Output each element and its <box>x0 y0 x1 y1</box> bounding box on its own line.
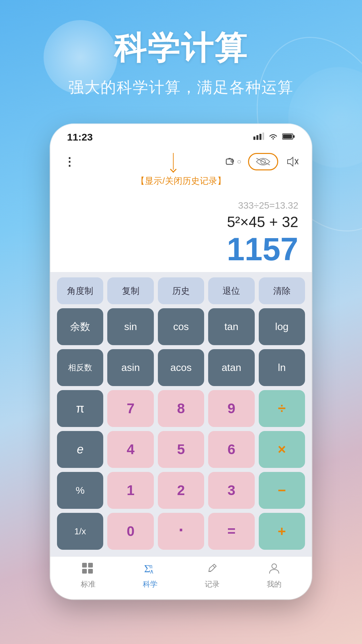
3-button[interactable]: 3 <box>208 472 254 509</box>
6-button[interactable]: 6 <box>208 431 254 468</box>
pi-button[interactable]: π <box>57 390 103 427</box>
svg-rect-14 <box>82 563 87 568</box>
battery-icon <box>282 133 295 142</box>
nav-science-label: 科学 <box>143 579 158 589</box>
log-button[interactable]: log <box>259 308 305 345</box>
svg-rect-15 <box>88 563 93 568</box>
acos-button[interactable]: acos <box>158 349 204 386</box>
8-button[interactable]: 8 <box>158 390 204 427</box>
multiply-button[interactable]: × <box>259 431 305 468</box>
buttons-area: 角度制 复制 历史 退位 清除 余数 sin cos tan log 相反数 a… <box>50 272 312 556</box>
minus-button[interactable]: − <box>259 472 305 509</box>
display-expression: 5²×45 + 32 <box>64 214 298 230</box>
equals-button[interactable]: = <box>208 513 254 550</box>
cos-button[interactable]: cos <box>158 308 204 345</box>
svg-rect-1 <box>256 135 258 140</box>
tan-button[interactable]: tan <box>208 308 254 345</box>
reciprocal-button[interactable]: 1/x <box>57 513 103 550</box>
svg-point-9 <box>232 161 233 162</box>
pencil-icon <box>206 562 218 577</box>
nav-history-label: 记录 <box>205 579 220 589</box>
copy-button[interactable]: 复制 <box>107 277 154 304</box>
signal-icon <box>253 132 264 142</box>
status-time: 11:23 <box>67 131 93 143</box>
angle-mode-button[interactable]: 角度制 <box>57 277 103 304</box>
hero-section: 科学计算 强大的科学计算，满足各种运算 <box>0 27 362 98</box>
bottom-nav: 标准 Σ n ∧ 科学 <box>50 556 312 599</box>
9-button[interactable]: 9 <box>208 390 254 427</box>
dot-button[interactable]: · <box>158 513 204 550</box>
nav-standard-label: 标准 <box>81 579 96 589</box>
svg-text:∧: ∧ <box>149 568 154 574</box>
2-button[interactable]: 2 <box>158 472 204 509</box>
0-button[interactable]: 0 <box>107 513 154 550</box>
nav-science[interactable]: Σ n ∧ 科学 <box>130 562 170 589</box>
status-bar: 11:23 <box>50 124 312 148</box>
function-row: 角度制 复制 历史 退位 清除 <box>57 277 305 304</box>
asin-button[interactable]: asin <box>107 349 154 386</box>
svg-rect-5 <box>283 135 292 139</box>
divide-button[interactable]: ÷ <box>259 390 305 427</box>
svg-rect-3 <box>262 132 264 140</box>
7-button[interactable]: 7 <box>107 390 154 427</box>
mod-button[interactable]: 余数 <box>57 308 103 345</box>
nav-profile[interactable]: 我的 <box>254 562 294 589</box>
wifi-icon <box>268 133 278 142</box>
backspace-button[interactable]: 退位 <box>208 277 254 304</box>
status-icons <box>253 132 295 142</box>
1-button[interactable]: 1 <box>107 472 154 509</box>
sin-button[interactable]: sin <box>107 308 154 345</box>
atan-button[interactable]: atan <box>208 349 254 386</box>
ln-button[interactable]: ln <box>259 349 305 386</box>
svg-rect-17 <box>88 569 93 574</box>
display-area: 333÷25=13.32 5²×45 + 32 1157 <box>50 197 312 272</box>
nav-standard[interactable]: 标准 <box>68 562 108 589</box>
history-toggle-label[interactable]: 【显示/关闭历史记录】 <box>50 173 312 190</box>
display-result: 1157 <box>64 233 298 265</box>
toolbar: ⋮ ○ <box>50 148 312 173</box>
history-button[interactable]: 历史 <box>158 277 204 304</box>
5-button[interactable]: 5 <box>158 431 204 468</box>
4-button[interactable]: 4 <box>107 431 154 468</box>
plus-button[interactable]: + <box>259 513 305 550</box>
history-toggle-button[interactable] <box>248 153 278 170</box>
negate-button[interactable]: 相反数 <box>57 349 103 386</box>
phone-frame: 11:23 ⋮ <box>50 124 312 599</box>
percent-button[interactable]: % <box>57 472 103 509</box>
sigma-icon: Σ n ∧ <box>143 562 157 577</box>
svg-rect-16 <box>82 569 87 574</box>
svg-point-23 <box>272 564 277 569</box>
display-history: 333÷25=13.32 <box>64 200 298 211</box>
svg-rect-0 <box>253 137 255 140</box>
nav-history[interactable]: 记录 <box>192 562 232 589</box>
costume-icon[interactable]: ○ <box>224 156 241 168</box>
svg-rect-6 <box>293 135 295 138</box>
toolbar-right: ○ <box>224 153 298 170</box>
hero-subtitle: 强大的科学计算，满足各种运算 <box>0 77 362 98</box>
main-calc-grid: 余数 sin cos tan log 相反数 asin acos atan ln… <box>57 308 305 550</box>
svg-line-21 <box>213 566 215 568</box>
clear-button[interactable]: 清除 <box>259 277 305 304</box>
menu-dots-button[interactable]: ⋮ <box>64 159 76 165</box>
e-button[interactable]: e <box>57 431 103 468</box>
hero-title: 科学计算 <box>0 27 362 70</box>
phone-mockup: 11:23 ⋮ <box>50 124 312 599</box>
nav-profile-label: 我的 <box>267 579 282 589</box>
sound-off-button[interactable] <box>285 156 298 168</box>
grid-icon <box>81 562 95 577</box>
person-icon <box>268 562 280 577</box>
svg-rect-2 <box>259 134 261 140</box>
